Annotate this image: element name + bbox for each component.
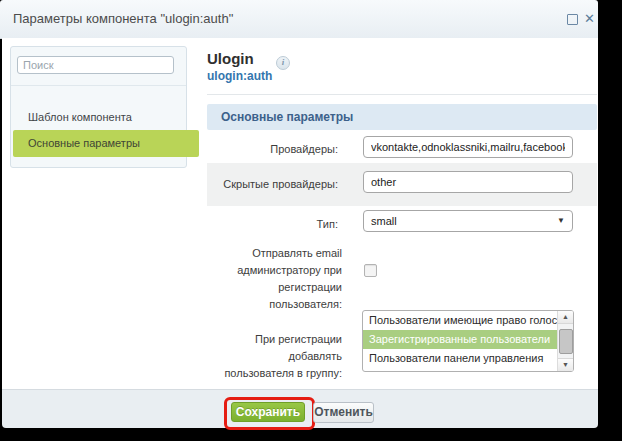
component-name-heading: Ulogin — [207, 50, 254, 67]
type-label: Тип: — [207, 216, 338, 233]
listbox-scrollbar[interactable]: ▲ ▼ — [557, 311, 573, 371]
listbox-option[interactable]: Пользователи панели управления — [363, 349, 559, 368]
sidebar-item-component-template[interactable]: Шаблон компонента — [11, 107, 203, 127]
section-title: Основные параметры — [207, 104, 597, 130]
scroll-down-icon[interactable]: ▼ — [558, 358, 573, 371]
listbox-option-selected[interactable]: Зарегистрированные пользователи — [363, 330, 559, 349]
sidebar-item-main-parameters[interactable]: Основные параметры — [13, 130, 199, 157]
component-id-subheading: ulogin:auth — [207, 69, 272, 83]
search-input[interactable] — [17, 56, 174, 74]
scroll-up-icon[interactable]: ▲ — [558, 311, 573, 324]
listbox-option[interactable]: Пользователи имеющие право голосова — [363, 311, 559, 330]
close-icon[interactable]: ✕ — [584, 11, 595, 27]
register-group-listbox[interactable]: Пользователи имеющие право голосова Заре… — [362, 310, 574, 372]
type-select[interactable]: small ▼ — [363, 210, 573, 232]
email-notify-checkbox[interactable] — [364, 264, 377, 277]
info-icon[interactable]: i — [276, 56, 290, 70]
hidden-providers-input[interactable] — [363, 171, 573, 193]
sidebar-divider — [11, 85, 186, 86]
restore-icon[interactable] — [567, 14, 578, 25]
section-header: Основные параметры — [207, 104, 597, 130]
dialog-titlebar[interactable]: Параметры компонента "ulogin:auth" ✕ — [0, 0, 598, 39]
dialog-title: Параметры компонента "ulogin:auth" — [13, 0, 233, 38]
sidebar-panel: Шаблон компонента Основные параметры — [10, 46, 187, 168]
providers-input[interactable] — [363, 136, 573, 158]
cancel-button[interactable]: Отменить — [313, 402, 374, 423]
email-notify-label: Отправлять email администратору при реги… — [207, 245, 342, 313]
type-select-value: small — [371, 211, 397, 231]
register-group-label: При регистрации добавлять пользователя в… — [207, 331, 342, 382]
hidden-providers-label: Скрытые провайдеры: — [207, 176, 338, 193]
component-parameters-dialog: Параметры компонента "ulogin:auth" ✕ Шаб… — [0, 0, 598, 427]
providers-label: Провайдеры: — [207, 141, 338, 158]
scrollbar-thumb[interactable] — [559, 329, 573, 354]
chevron-down-icon: ▼ — [557, 217, 565, 225]
screenshot-stage: Параметры компонента "ulogin:auth" ✕ Шаб… — [0, 0, 622, 441]
heading-divider — [207, 94, 597, 95]
save-button[interactable]: Сохранить — [231, 402, 305, 422]
